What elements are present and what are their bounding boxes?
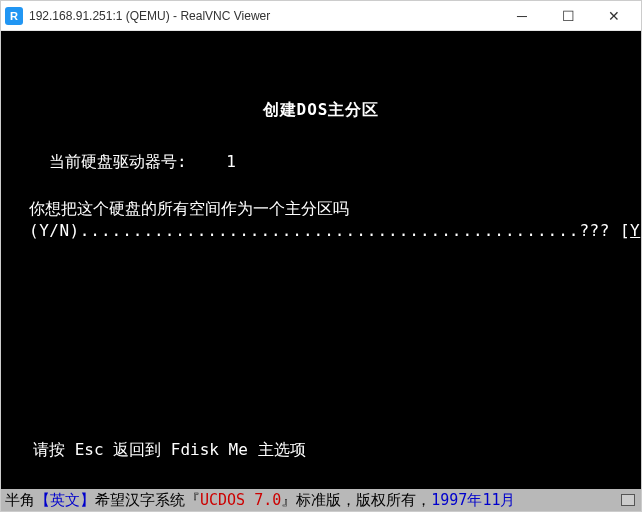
sys-suffix: 』标准版，版权所有， [281, 491, 431, 510]
prompt-suffix: ??? [579, 221, 609, 240]
maximize-button[interactable]: ☐ [545, 1, 591, 31]
lang-bracket-open: 【 [35, 491, 50, 510]
titlebar[interactable]: 192.168.91.251:1 (QEMU) - RealVNC Viewer… [1, 1, 641, 31]
input-value[interactable]: Y [630, 221, 640, 240]
drive-number: 1 [226, 151, 236, 173]
terminal-content: 创建DOS主分区 当前硬盘驱动器号: 1 你想把这个硬盘的所有空间作为一个主分区… [1, 31, 641, 251]
minimize-button[interactable]: ─ [499, 1, 545, 31]
copyright-year: 1997年11月 [431, 491, 515, 510]
bracket-open: [ [620, 221, 630, 240]
status-indicator-icon [621, 494, 635, 506]
close-button[interactable]: ✕ [591, 1, 637, 31]
prompt-dots: ........................................… [80, 221, 580, 240]
screen-heading: 创建DOS主分区 [9, 99, 633, 121]
footer-suffix: 返回到 Fdisk Me 主选项 [104, 440, 306, 459]
sys-prefix: 希望汉字系统『 [95, 491, 200, 510]
sys-name: UCDOS 7.0 [200, 491, 281, 509]
drive-label: 当前硬盘驱动器号: [49, 152, 187, 171]
window-controls: ─ ☐ ✕ [499, 1, 637, 31]
lang-bracket-close: 】 [80, 491, 95, 510]
drive-line: 当前硬盘驱动器号: 1 [9, 151, 633, 173]
footer-prefix: 请按 [33, 440, 75, 459]
lang-mode[interactable]: 英文 [50, 491, 80, 510]
prompt-line: (Y/N)...................................… [9, 220, 633, 242]
ime-statusbar: 半角 【英文】 希望汉字系统『UCDOS 7.0』标准版，版权所有，1997年1… [1, 489, 641, 511]
terminal-screen[interactable]: 创建DOS主分区 当前硬盘驱动器号: 1 你想把这个硬盘的所有空间作为一个主分区… [1, 31, 641, 489]
window-title: 192.168.91.251:1 (QEMU) - RealVNC Viewer [29, 9, 499, 23]
esc-key-label: Esc [75, 440, 104, 459]
vnc-window: 192.168.91.251:1 (QEMU) - RealVNC Viewer… [0, 0, 642, 512]
yn-label: (Y/N) [29, 221, 80, 240]
app-icon [5, 7, 23, 25]
half-width-label: 半角 [5, 491, 35, 510]
footer-hint: 请按 Esc 返回到 Fdisk Me 主选项 [1, 439, 641, 461]
question-text: 你想把这个硬盘的所有空间作为一个主分区吗 [9, 198, 633, 220]
